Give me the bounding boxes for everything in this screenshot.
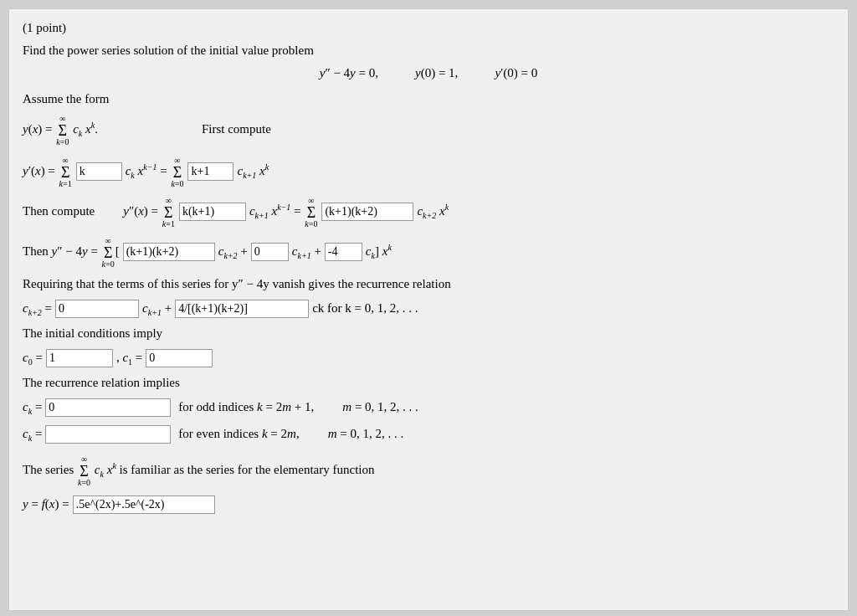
points-label: (1 point) [23, 21, 66, 35]
recur-input1[interactable] [55, 300, 139, 318]
ck-odd-text: for odd indices k = 2m + 1, [178, 400, 314, 414]
yp-mid1: ck xk−1 = ∞ Σ k=0 [126, 157, 185, 188]
ck-even-m: m = 0, 1, 2, . . . [328, 427, 404, 441]
c0-input[interactable] [46, 349, 113, 367]
series-text: The series ∞ Σ k=0 ck xk is familiar as … [23, 455, 374, 487]
main-page: (1 point) Find the power series solution… [8, 8, 849, 611]
recur-implies-text: The recurrence relation implies [23, 376, 180, 390]
assume-text: Assume the form [23, 92, 109, 106]
ypp4y-end: ck] xk [366, 243, 392, 260]
ypp4y-input3[interactable] [325, 243, 362, 261]
ypp4y-line: Then y″ − 4y = ∞ Σ k=0 [ ck+2 + ck+1 + c… [23, 237, 834, 269]
c0-label: c0 = [23, 351, 43, 367]
ypp4y-input1[interactable] [123, 243, 215, 261]
ck-odd-m: m = 0, 1, 2, . . . [342, 400, 418, 414]
ypp-end: ck+2 xk [417, 203, 449, 220]
header-points: (1 point) [23, 21, 834, 35]
ic-values-line: c0 = , c1 = [23, 349, 834, 367]
ypp-mid1: ck+1 xk−1 = ∞ Σ k=0 [249, 197, 319, 228]
ck-odd-input[interactable] [45, 398, 171, 417]
problem-text: Find the power series solution of the in… [23, 44, 314, 58]
ypp4y-mid1: ck+2 + [218, 244, 248, 260]
ck-even-label: ck = [23, 427, 42, 443]
ck-even-text: for even indices k = 2m, [178, 427, 299, 441]
ck-even-line: ck = for even indices k = 2m, m = 0, 1, … [23, 425, 834, 444]
series-text-line: The series ∞ Σ k=0 ck xk is familiar as … [23, 455, 834, 487]
sigma-ypp2: ∞ Σ k=0 [305, 197, 317, 228]
ic-label: The initial conditions imply [23, 326, 162, 341]
y-func-line: y = f(x) = [23, 495, 834, 514]
ode-line: y″ − 4y = 0, y(0) = 1, y′(0) = 0 [23, 66, 834, 80]
yp-line: y′(x) = ∞ Σ k=1 ck xk−1 = ∞ Σ k=0 ck+1 x… [23, 157, 834, 188]
ck-even-input[interactable] [45, 425, 171, 444]
form-line: y(x) = ∞ Σ k=0 ck xk. First compute [23, 115, 834, 146]
ypp-label: y″(x) = ∞ Σ k=1 [123, 197, 176, 228]
y-func-label: y = f(x) = [23, 497, 69, 511]
c1-input[interactable] [146, 349, 213, 367]
sigma1: ∞ Σ k=0 [56, 115, 69, 146]
ic-label-line: The initial conditions imply [23, 326, 834, 341]
recur-mid: ck+1 + [142, 301, 172, 317]
requiring-line: Requiring that the terms of this series … [23, 277, 834, 291]
first-compute: First compute [202, 122, 271, 136]
recur-end: ck for k = 0, 1, 2, . . . [312, 301, 418, 316]
yp-end: ck+1 xk [237, 162, 269, 180]
ic2: y′(0) = 0 [495, 66, 537, 80]
ypp-input1[interactable] [179, 203, 246, 221]
yp-label: y′(x) = ∞ Σ k=1 [23, 157, 73, 188]
recur-implies-line: The recurrence relation implies [23, 376, 834, 390]
sigma-ypp1: ∞ Σ k=1 [162, 197, 175, 228]
ypp4y-mid2: ck+1 + [292, 244, 321, 260]
ypp4y-input2[interactable] [251, 243, 289, 261]
then-compute: Then compute [23, 204, 95, 218]
y-func-input[interactable] [73, 495, 215, 514]
problem-statement: Find the power series solution of the in… [23, 44, 834, 58]
c1-label: , c1 = [116, 351, 142, 367]
assume-line: Assume the form [23, 92, 834, 106]
sigma-yp1: ∞ Σ k=1 [59, 157, 72, 188]
sigma-series: ∞ Σ k=0 [78, 455, 90, 487]
yp-input2[interactable] [187, 162, 233, 181]
ode-eq: y″ − 4y = 0, [320, 66, 378, 80]
recur-line: ck+2 = ck+1 + ck for k = 0, 1, 2, . . . [23, 300, 834, 318]
requiring-text: Requiring that the terms of this series … [23, 277, 451, 291]
yp-input1[interactable] [76, 162, 122, 181]
recur-input2[interactable] [175, 300, 309, 318]
ypp4y-label: Then y″ − 4y = ∞ Σ k=0 [ [23, 237, 120, 269]
sigma-ypp4y: ∞ Σ k=0 [102, 237, 115, 269]
ypp-line: Then compute y″(x) = ∞ Σ k=1 ck+1 xk−1 =… [23, 197, 834, 228]
form-eq: y(x) = ∞ Σ k=0 ck xk. [23, 115, 98, 146]
recur-lhs: ck+2 = [23, 301, 52, 317]
ic1: y(0) = 1, [415, 66, 458, 80]
ck-odd-label: ck = [23, 400, 42, 416]
sigma-yp2: ∞ Σ k=0 [171, 157, 183, 188]
ypp-input2[interactable] [321, 203, 413, 221]
ck-odd-line: ck = for odd indices k = 2m + 1, m = 0, … [23, 398, 834, 417]
